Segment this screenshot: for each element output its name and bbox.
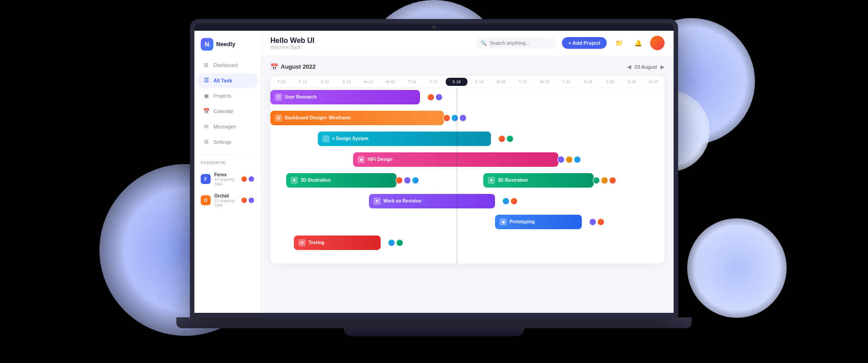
bar-avatars xyxy=(593,177,616,184)
bar-avatar xyxy=(597,218,604,226)
bar-label: Dashboard Design+ Wireframe xyxy=(285,115,351,120)
sidebar-item-dashboard[interactable]: ⊞Dashboard xyxy=(198,58,257,72)
bar-label: Prototyping xyxy=(509,219,535,224)
bar-icon: ✦ xyxy=(373,198,381,205)
bar-avatar xyxy=(412,177,419,184)
files-icon-button[interactable]: 📁 xyxy=(612,36,626,50)
bar-avatar xyxy=(566,156,573,163)
sidebar-item-projects[interactable]: ▣Projects xyxy=(198,89,257,103)
bar-avatar xyxy=(427,94,434,101)
bar-avatar xyxy=(498,135,505,142)
bar-avatar xyxy=(388,239,395,246)
timeline-day: M 27 xyxy=(643,76,665,88)
bar-icon: ✦ xyxy=(488,177,495,184)
bar-icon xyxy=(322,135,330,142)
bar-label: Testing xyxy=(308,240,324,245)
gantt-bar[interactable]: ⊙ Dashboard Design+ Wireframe xyxy=(270,111,444,125)
gantt-bar[interactable]: ♡ User Research xyxy=(270,90,420,104)
timeline-day: M 14 xyxy=(358,76,379,88)
notifications-icon-button[interactable]: 🔔 xyxy=(631,36,645,50)
sidebar-item-all-task[interactable]: ☰All Task xyxy=(198,73,257,88)
bar-avatar xyxy=(510,198,518,205)
sidebar-divider xyxy=(201,155,255,155)
gantt-month-label: August 2022 xyxy=(281,63,316,70)
header-title-block: Hello Web UI Welcome Back! xyxy=(270,37,315,50)
laptop-foot xyxy=(344,328,524,336)
bar-avatars xyxy=(396,177,419,184)
timeline: T 10F 11S 12S 13M 14W 15T 16F 17S 18S 19… xyxy=(270,76,665,264)
bar-avatars xyxy=(557,156,581,163)
next-month-button[interactable]: ▶ xyxy=(660,64,665,70)
bar-icon: ✦ xyxy=(291,177,298,184)
bar-avatars xyxy=(388,239,403,246)
nav-icon: ✉ xyxy=(203,123,210,130)
bar-icon: ♡ xyxy=(275,94,282,101)
timeline-day: S 12 xyxy=(314,76,335,88)
timeline-header: T 10F 11S 12S 13M 14W 15T 16F 17S 18S 19… xyxy=(270,76,665,88)
gantt-nav: ◀ 03 August ▶ xyxy=(627,64,665,70)
bar-label: Work on Revision xyxy=(383,198,421,203)
bar-icon: ⊙ xyxy=(298,239,306,246)
gantt-bar[interactable]: ✦ 3D Illustration xyxy=(483,173,594,188)
laptop-base xyxy=(176,317,692,328)
timeline-day: T 21 xyxy=(512,76,533,88)
bar-label: + Design System xyxy=(332,136,368,141)
logo-icon: N xyxy=(201,38,213,51)
bar-avatar xyxy=(404,177,411,184)
nav-icon: ⚙ xyxy=(203,138,210,146)
laptop-bezel-top xyxy=(194,24,674,31)
favourite-item-ferox[interactable]: F Ferox 10 ongoing Task xyxy=(194,169,261,190)
favourite-item-orchid[interactable]: O Orchid 21 ongoing Task xyxy=(194,190,261,211)
timeline-day: F 17 xyxy=(423,76,445,88)
sidebar-item-settings[interactable]: ⚙Settings xyxy=(198,135,257,149)
timeline-day: F 11 xyxy=(292,76,314,88)
bar-avatars xyxy=(502,198,518,205)
fav-icon: O xyxy=(201,195,211,205)
bar-avatar xyxy=(593,177,600,184)
bar-label: 3D Illustration xyxy=(301,178,331,183)
bar-avatar xyxy=(443,114,450,122)
gantt-header: 📅 August 2022 ◀ 03 August ▶ xyxy=(270,63,665,71)
logo-text: Needly xyxy=(216,41,236,47)
timeline-body: ♡ User Research ⊙ Dashboard Design+ Wire… xyxy=(270,88,665,264)
nav-icon: 📅 xyxy=(203,108,210,115)
bar-avatar xyxy=(396,239,403,246)
header-subtitle: Welcome Back! xyxy=(270,45,315,50)
timeline-day: S 26 xyxy=(621,76,643,88)
bar-avatar xyxy=(502,198,509,205)
gantt-bar[interactable]: ⊙ Testing xyxy=(294,236,381,250)
fav-avatars xyxy=(241,197,255,203)
prev-month-button[interactable]: ◀ xyxy=(627,64,631,70)
timeline-day: S 18 xyxy=(446,78,467,86)
gantt-bar[interactable]: ◈ Prototyping xyxy=(495,215,582,229)
bar-avatar xyxy=(506,135,514,142)
gantt-month: 📅 August 2022 xyxy=(270,63,316,71)
timeline-day: S 25 xyxy=(599,76,621,88)
nav-icon: ▣ xyxy=(203,92,210,99)
sidebar: N Needly ⊞Dashboard☰All Task▣Projects📅Ca… xyxy=(194,31,261,317)
bar-avatars xyxy=(498,135,514,142)
sidebar-item-messages[interactable]: ✉Messages xyxy=(198,119,257,134)
laptop-wrapper: N Needly ⊞Dashboard☰All Task▣Projects📅Ca… xyxy=(176,19,692,344)
current-date-label: 03 August xyxy=(635,64,657,70)
bar-icon: ◈ xyxy=(358,156,365,163)
search-input[interactable] xyxy=(490,40,551,46)
timeline-day: S 13 xyxy=(336,76,358,88)
bar-avatars xyxy=(589,218,604,226)
timeline-day: T 16 xyxy=(401,76,423,88)
search-box[interactable]: 🔍 xyxy=(475,38,557,48)
nav-icon: ☰ xyxy=(203,77,210,84)
bar-icon: ⊙ xyxy=(275,114,282,122)
gantt-bar[interactable]: + Design System xyxy=(318,132,491,146)
bar-avatar xyxy=(574,156,581,163)
add-project-button[interactable]: + Add Project xyxy=(562,37,607,49)
sidebar-item-calendar[interactable]: 📅Calendar xyxy=(198,104,257,118)
bar-avatar xyxy=(435,94,443,101)
bar-avatar xyxy=(609,177,616,184)
gantt-bar[interactable]: ✦ 3D Illustration xyxy=(286,173,396,188)
gantt-bar[interactable]: ◈ HiFi Design xyxy=(353,152,558,167)
fav-avatars xyxy=(241,176,255,182)
user-avatar[interactable] xyxy=(650,36,665,50)
gantt-bar[interactable]: ✦ Work on Revision xyxy=(369,194,495,208)
laptop-screen: N Needly ⊞Dashboard☰All Task▣Projects📅Ca… xyxy=(190,19,678,317)
